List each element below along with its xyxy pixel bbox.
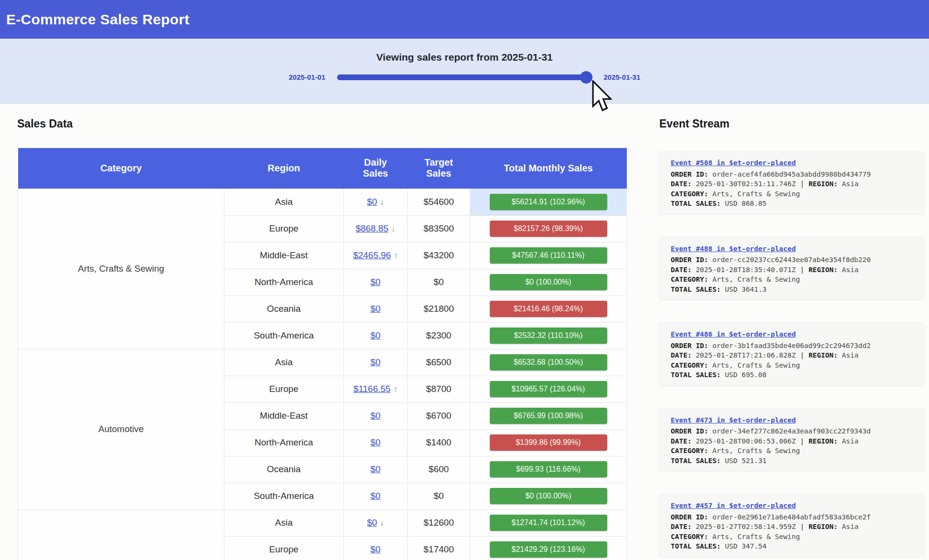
total-monthly-sales-cell: $699.93 (116.66%) (470, 456, 627, 483)
event-total-sales-line: TOTAL SALES: USD 521.31 (671, 456, 912, 466)
total-sales-badge: $47567.46 (110.11%) (490, 247, 607, 264)
daily-sales-cell: $0 (344, 456, 408, 483)
region-cell: Europe (224, 536, 344, 560)
category-cell: Automotive (18, 349, 224, 509)
event-date-region-line: DATE: 2025-01-28T00:06:53.006Z|REGION: A… (671, 436, 912, 446)
date-label: DATE: (671, 437, 692, 445)
event-order-id-line: ORDER ID: order-34ef277c862e4a3eaaf903cc… (671, 426, 912, 436)
slider-row: 2025-01-01 2025-01-31 (0, 73, 929, 81)
target-sales-cell: $12600 (408, 509, 470, 536)
total-monthly-sales-cell: $10965.57 (126.04%) (470, 376, 627, 402)
separator: | (800, 351, 804, 359)
trend-up-icon: ↑ (394, 251, 398, 261)
total-sales-badge: $21429.29 (123.16%) (490, 541, 607, 558)
total-sales-label: TOTAL SALES: (671, 285, 721, 293)
order-id-label: ORDER ID: (671, 427, 708, 435)
table-row: AutomotiveAsia$0$6500$6532.68 (100.50%) (18, 349, 627, 376)
region-cell: Asia (224, 509, 344, 536)
target-sales-cell: $6700 (408, 402, 470, 429)
total-sales-badge: $0 (100.00%) (490, 488, 607, 504)
column-header-category: Category (18, 148, 224, 189)
event-card: Event #508 in $et-order-placedORDER ID: … (659, 151, 924, 215)
daily-sales-link[interactable]: $0 (370, 544, 380, 554)
order-id-label: ORDER ID: (671, 342, 708, 349)
column-header-region: Region (224, 148, 344, 189)
column-header-daily-sales: Daily Sales (344, 148, 408, 189)
event-card: Event #488 in $et-order-placedORDER ID: … (659, 237, 924, 301)
total-monthly-sales-cell: $82157.26 (98.39%) (470, 215, 627, 242)
daily-sales-link[interactable]: $0 (370, 464, 380, 474)
event-title-link[interactable]: Event #473 in $et-order-placed (671, 415, 796, 425)
app-header: E-Commerce Sales Report (0, 0, 929, 39)
daily-sales-cell: $0 (344, 322, 408, 349)
event-title-link[interactable]: Event #486 in $et-order-placed (671, 329, 796, 339)
daily-sales-cell: $1166.55↑ (344, 376, 408, 402)
region-cell: Middle-East (224, 402, 344, 429)
daily-sales-link[interactable]: $1166.55 (353, 384, 391, 394)
daily-sales-link[interactable]: $0 (370, 491, 380, 501)
date-slider-thumb[interactable] (580, 71, 592, 84)
event-date-region-line: DATE: 2025-01-30T02:51:11.746Z|REGION: A… (671, 179, 912, 189)
daily-sales-link[interactable]: $0 (367, 518, 377, 528)
total-monthly-sales-cell: $1399.86 (99.99%) (470, 429, 627, 456)
sales-table-header: CategoryRegionDaily SalesTarget SalesTot… (18, 148, 627, 189)
total-sales-label: TOTAL SALES: (671, 371, 721, 379)
target-sales-cell: $6500 (408, 349, 470, 376)
total-sales-badge: $699.93 (116.66%) (490, 461, 607, 477)
event-title-link[interactable]: Event #488 in $et-order-placed (671, 244, 796, 254)
event-stream-heading: Event Stream (659, 117, 729, 130)
trend-up-icon: ↑ (393, 385, 398, 394)
daily-sales-link[interactable]: $2465.96 (353, 250, 391, 260)
event-order-id-line: ORDER ID: order-cc20237cc62443ee87ab4e35… (671, 255, 912, 265)
sales-data-heading: Sales Data (17, 117, 73, 130)
category-label: CATEGORY: (671, 447, 708, 454)
daily-sales-cell: $0 (344, 429, 408, 456)
target-sales-cell: $0 (408, 483, 470, 509)
target-sales-cell: $8700 (408, 376, 470, 402)
event-order-id-line: ORDER ID: order-0e2961e71a6e484abfadf583… (671, 512, 912, 522)
target-sales-cell: $0 (408, 269, 470, 296)
event-total-sales-line: TOTAL SALES: USD 347.54 (671, 541, 912, 551)
date-slider-section: Viewing sales report from 2025-01-31 202… (0, 39, 929, 104)
slider-min-label: 2025-01-01 (289, 73, 326, 81)
total-monthly-sales-cell: $2532.32 (110.10%) (470, 322, 627, 349)
region-cell: Asia (224, 189, 344, 215)
region-cell: Europe (224, 376, 344, 402)
event-total-sales-line: TOTAL SALES: USD 3641.3 (671, 285, 912, 295)
daily-sales-link[interactable]: $0 (370, 357, 380, 367)
total-sales-badge: $0 (100.00%) (490, 274, 607, 290)
event-title-link[interactable]: Event #508 in $et-order-placed (671, 158, 796, 168)
date-slider-track[interactable] (337, 74, 592, 80)
daily-sales-link[interactable]: $0 (370, 411, 380, 421)
daily-sales-cell: $868.85↓ (344, 215, 408, 242)
daily-sales-link[interactable]: $0 (370, 304, 380, 314)
target-sales-cell: $83500 (408, 215, 470, 242)
daily-sales-link[interactable]: $868.85 (356, 223, 389, 233)
daily-sales-link[interactable]: $0 (370, 330, 380, 340)
date-label: DATE: (671, 523, 692, 530)
daily-sales-cell: $0 (344, 296, 408, 322)
separator: | (800, 180, 804, 188)
event-date-region-line: DATE: 2025-01-27T02:58:14.959Z|REGION: A… (671, 522, 912, 532)
target-sales-cell: $43200 (408, 242, 470, 269)
separator: | (800, 266, 804, 274)
event-date-region-line: DATE: 2025-01-28T17:21:06.828Z|REGION: A… (671, 350, 912, 360)
daily-sales-link[interactable]: $0 (370, 277, 380, 287)
total-sales-badge: $56214.91 (102.96%) (490, 194, 607, 210)
category-label: CATEGORY: (671, 361, 708, 369)
daily-sales-link[interactable]: $0 (370, 437, 380, 447)
total-sales-badge: $6532.68 (100.50%) (490, 354, 607, 370)
region-label: REGION: (809, 180, 838, 188)
event-total-sales-line: TOTAL SALES: USD 868.85 (671, 199, 912, 209)
daily-sales-link[interactable]: $0 (367, 197, 377, 207)
total-sales-label: TOTAL SALES: (671, 542, 721, 550)
region-label: REGION: (809, 351, 838, 359)
total-sales-badge: $1399.86 (99.99%) (490, 434, 607, 451)
event-total-sales-line: TOTAL SALES: USD 695.08 (671, 370, 912, 380)
target-sales-cell: $17400 (408, 536, 470, 560)
event-category-line: CATEGORY: Arts, Crafts & Sewing (671, 360, 912, 370)
daily-sales-cell: $0 (344, 402, 408, 429)
region-cell: Middle-East (224, 242, 344, 269)
event-title-link[interactable]: Event #457 in $et-order-placed (671, 501, 796, 511)
total-monthly-sales-cell: $47567.46 (110.11%) (470, 242, 627, 269)
